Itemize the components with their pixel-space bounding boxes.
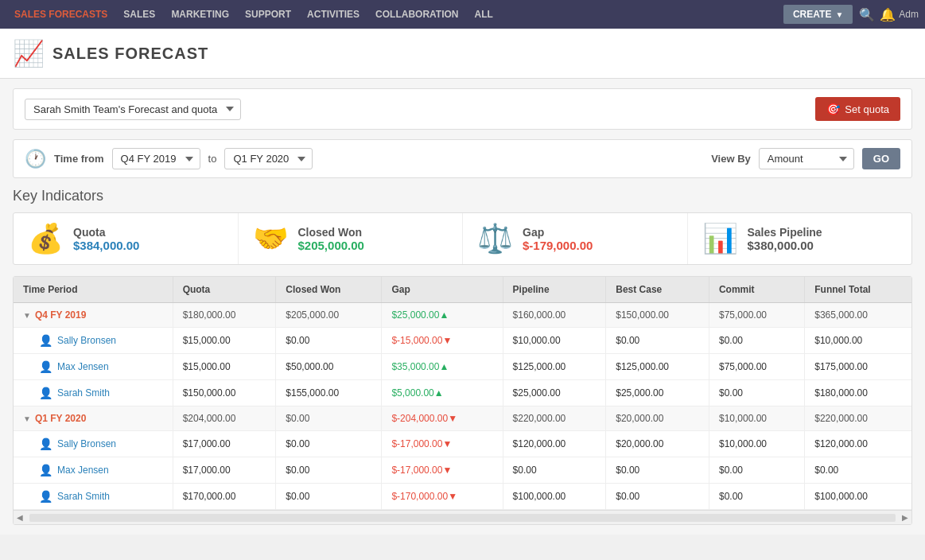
person-name[interactable]: Sally Bronsen [57,438,116,449]
indicator-quota: 💰 Quota $384,000.00 [14,213,239,264]
table-row: 👤 Sally Bronsen $17,000.00 $0.00 $-17,00… [14,431,911,457]
person-best-case: $0.00 [606,484,709,510]
nav-item-sales[interactable]: SALES [115,0,163,29]
col-gap: Gap [382,277,503,303]
sales-forecast-icon: 📈 [13,38,45,68]
clock-icon: 🕐 [25,149,46,169]
person-quota: $150,000.00 [173,380,276,406]
person-pipeline: $10,000.00 [503,328,606,354]
table-row: 👤 Max Jensen $15,000.00 $50,000.00 $35,0… [14,354,911,380]
pipeline-value: $380,000.00 [748,239,822,252]
target-icon: 🎯 [826,103,840,115]
person-name[interactable]: Sarah Smith [57,491,110,502]
person-funnel-total: $175,000.00 [805,354,911,380]
view-by-label: View By [711,153,751,165]
person-name[interactable]: Sarah Smith [57,387,110,399]
gap-label: Gap [523,226,593,239]
time-filter-row: 🕐 Time from Q4 FY 2019 Q3 FY 2019 Q2 FY … [13,139,912,178]
table-header-row: Time Period Quota Closed Won Gap Pipelin… [14,277,911,303]
person-gap: $-17,000.00▼ [382,431,503,457]
go-button[interactable]: GO [862,148,900,169]
quarter-name: Q1 FY 2020 [35,413,87,424]
person-name-cell: 👤 Sally Bronsen [14,328,173,354]
notification-icon[interactable]: 🔔 [880,7,896,22]
to-period-select[interactable]: Q1 FY 2020 Q2 FY 2020 Q3 FY 2020 [224,148,313,169]
person-name[interactable]: Max Jensen [57,465,109,476]
person-pipeline: $100,000.00 [503,484,606,510]
person-name[interactable]: Max Jensen [57,361,109,372]
nav-item-support[interactable]: SUPPORT [237,0,299,29]
collapse-icon[interactable]: ▼ [23,414,31,423]
horizontal-scrollbar[interactable]: ◀ ▶ [14,510,911,524]
quarter-quota: $180,000.00 [173,303,276,328]
person-closed-won: $155,000.00 [276,380,382,406]
forecast-table: Time Period Quota Closed Won Gap Pipelin… [14,277,911,510]
create-button[interactable]: CREATE ▼ [783,5,853,24]
person-icon: 👤 [39,464,52,476]
person-quota: $15,000.00 [173,328,276,354]
person-icon: 👤 [39,387,52,399]
forecast-table-wrapper: Time Period Quota Closed Won Gap Pipelin… [13,276,912,525]
quarter-best-case: $20,000.00 [606,406,709,431]
search-icon[interactable]: 🔍 [859,7,875,22]
person-icon: 👤 [39,490,52,503]
person-closed-won: $0.00 [276,484,382,510]
col-best-case: Best Case [606,277,709,303]
nav-item-all[interactable]: ALL [467,0,501,29]
time-from-label: Time from [54,153,104,165]
person-name[interactable]: Sally Bronsen [57,335,116,346]
nav-item-activities[interactable]: ACTIVITIES [299,0,367,29]
content-area: Sarah Smith Team's Forecast and quota 🎯 … [0,79,925,535]
person-commit: $0.00 [709,457,804,484]
person-best-case: $0.00 [606,328,709,354]
col-closed-won: Closed Won [276,277,382,303]
quarter-pipeline: $160,000.00 [503,303,606,328]
quarter-period-cell: ▼ Q4 FY 2019 [14,303,173,328]
nav-item-marketing[interactable]: MARKETING [163,0,237,29]
set-quota-button[interactable]: 🎯 Set quota [815,97,900,121]
person-closed-won: $0.00 [276,328,382,354]
nav-icons: 🔍 🔔 [859,7,896,22]
quarter-closed-won: $0.00 [276,406,382,431]
col-commit: Commit [709,277,804,303]
view-by-select[interactable]: Amount Quantity [759,148,854,169]
quota-label: Quota [73,226,139,239]
quarter-pipeline: $220,000.00 [503,406,606,431]
person-gap: $-15,000.00▼ [382,328,503,354]
indicator-pipeline: 📊 Sales Pipeline $380,000.00 [688,213,912,264]
person-commit: $10,000.00 [709,431,804,457]
page-header: 📈 SALES FORECAST [0,29,925,79]
person-quota: $17,000.00 [173,457,276,484]
scroll-left-arrow[interactable]: ◀ [14,513,26,522]
nav-item-collaboration[interactable]: COLLABORATION [367,0,466,29]
collapse-icon[interactable]: ▼ [23,311,31,320]
indicators-row: 💰 Quota $384,000.00 🤝 Closed Won $205,00… [13,212,912,265]
person-name-cell: 👤 Sally Bronsen [14,431,173,457]
gap-icon: ⚖️ [477,224,513,253]
person-pipeline: $120,000.00 [503,431,606,457]
scroll-right-arrow[interactable]: ▶ [899,513,911,522]
gap-value: $-179,000.00 [523,239,593,252]
page-title: SALES FORECAST [52,45,208,63]
closed-won-label: Closed Won [298,226,364,239]
person-pipeline: $125,000.00 [503,354,606,380]
person-name-cell: 👤 Sarah Smith [14,380,173,406]
col-pipeline: Pipeline [503,277,606,303]
person-icon: 👤 [39,360,52,373]
col-funnel-total: Funnel Total [805,277,911,303]
col-quota: Quota [173,277,276,303]
table-row: ▼ Q4 FY 2019 $180,000.00 $205,000.00 $25… [14,303,911,328]
person-name-cell: 👤 Max Jensen [14,354,173,380]
person-funnel-total: $100,000.00 [805,484,911,510]
person-quota: $17,000.00 [173,431,276,457]
nav-item-sales-forecasts[interactable]: SALES FORECASTS [6,0,115,29]
forecast-selector[interactable]: Sarah Smith Team's Forecast and quota [25,99,241,120]
person-funnel-total: $10,000.00 [805,328,911,354]
table-row: 👤 Sarah Smith $170,000.00 $0.00 $-170,00… [14,484,911,510]
from-period-select[interactable]: Q4 FY 2019 Q3 FY 2019 Q2 FY 2019 [112,148,200,169]
quarter-commit: $10,000.00 [709,406,804,431]
table-row: ▼ Q1 FY 2020 $204,000.00 $0.00 $-204,000… [14,406,911,431]
quarter-best-case: $150,000.00 [606,303,709,328]
quarter-gap: $-204,000.00▼ [382,406,503,431]
table-row: 👤 Sarah Smith $150,000.00 $155,000.00 $5… [14,380,911,406]
